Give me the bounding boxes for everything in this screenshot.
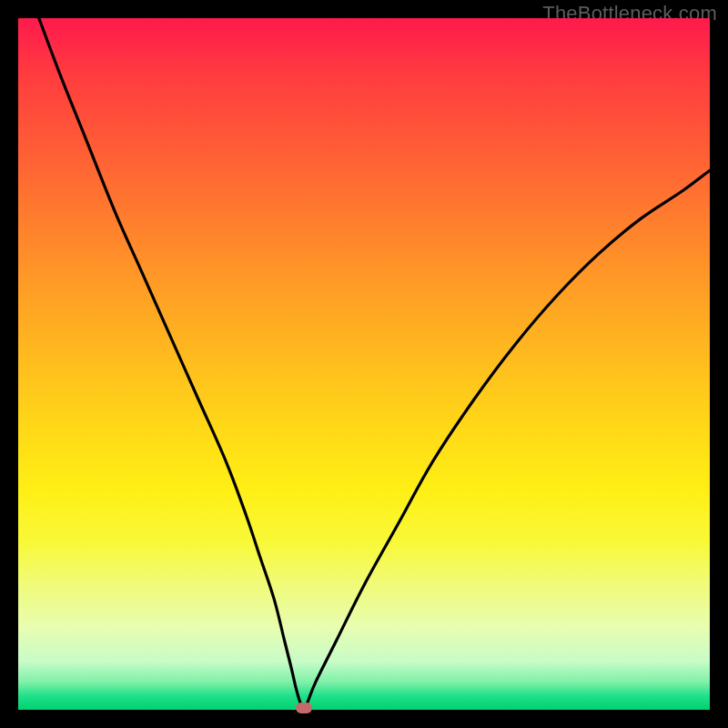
curve-svg xyxy=(18,18,710,710)
optimum-marker xyxy=(296,703,312,713)
chart-frame: TheBottleneck.com xyxy=(0,0,728,728)
bottleneck-curve xyxy=(39,18,710,708)
plot-area xyxy=(18,18,710,710)
